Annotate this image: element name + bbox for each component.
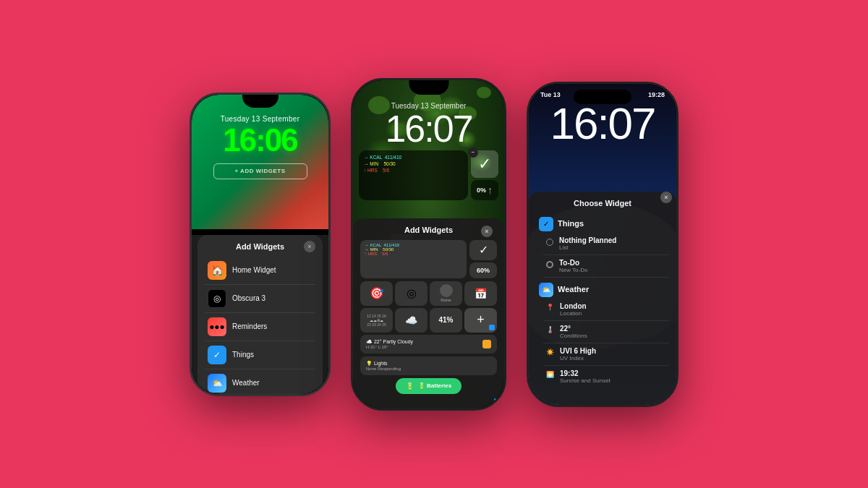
activity-rings-widget: 🎯 <box>360 281 393 306</box>
none-widget: None <box>430 281 462 306</box>
add-widgets-panel: Add Widgets × 🏠 Home Widget ◎ Obscura 3 … <box>197 235 323 394</box>
nothing-planned-item[interactable]: Nothing Planned List <box>543 233 669 255</box>
phone2-time: 16:07 <box>353 110 504 147</box>
percent-widget: 0% ↑ <box>471 180 498 200</box>
calendar-widget: 📅 <box>464 281 497 306</box>
conditions-item[interactable]: 🌡️ 22° Conditions <box>543 321 669 343</box>
weather-label: Weather <box>232 379 260 387</box>
add-more-button[interactable]: + <box>464 308 497 333</box>
weather-app-icon <box>482 340 491 348</box>
minus-button[interactable]: − <box>468 147 478 158</box>
weather-section-icon: ⛅ <box>539 283 553 297</box>
phone1-screen: Tuesday 13 September 16:06 + ADD WIDGETS… <box>192 95 328 394</box>
batteries-section: 🔋 🔋 Batteries <box>360 378 497 394</box>
phone1-lockscreen: Tuesday 13 September 16:06 + ADD WIDGETS <box>192 95 328 229</box>
weather-icon: ⛅ <box>208 374 226 393</box>
list-item[interactable]: ✓ Things <box>205 341 315 369</box>
list-item[interactable]: ●●● Reminders <box>205 313 315 341</box>
uv-icon: ☀️ <box>546 348 554 356</box>
phone2-panel-title: Add Widgets × <box>360 226 497 234</box>
todo-dot-icon <box>546 261 553 268</box>
panel-percent60: 60% <box>469 262 497 278</box>
fitness-kcal: → KCAL 411/410 <box>364 154 463 160</box>
things-icon: ✓ <box>208 346 226 364</box>
list-item[interactable]: ◎ Obscura 3 <box>205 285 315 313</box>
home-widget-icon: 🏠 <box>208 261 226 280</box>
fitness-min: → MIN 50/30 <box>364 160 463 167</box>
things-section-icon: ✓ <box>539 217 553 231</box>
conditions-text: 22° Conditions <box>560 325 587 339</box>
phone-2: Tuesday 13 September 16:07 → KCAL 411/41… <box>351 78 506 411</box>
notch-2 <box>409 80 448 95</box>
fitness-hrs: ↑ HRS 5/6 <box>364 167 463 174</box>
panel-bottom-row: 12 14 15 16 ☁☁⚙☁ 22 23 24 25 ☁️ 41% + <box>360 308 497 333</box>
phone3-time: 16:07 <box>529 101 676 146</box>
london-text: London Location <box>560 302 587 317</box>
reminders-icon: ●●● <box>208 317 226 336</box>
nothing-planned-text: Nothing Planned List <box>559 236 616 251</box>
phone3-choose-widget-panel: Choose Widget × ✓ Things Nothing Planned… <box>529 192 676 405</box>
panel-check-widget: ✓ <box>469 240 497 260</box>
panel-fitness-widget: → KCAL 411/410 → MIN 50/30 ↑ HRS 5/6 <box>360 240 467 278</box>
phone2-panel-close[interactable]: × <box>481 226 493 237</box>
phone3-status-left: Tue 13 <box>540 91 561 98</box>
obscura-icon: ◎ <box>208 289 226 308</box>
phone3-screen: Tue 13 👤 19:28 16:07 Choose Widget × ✓ T… <box>529 84 676 405</box>
phone2-add-widgets-panel: Add Widgets × → KCAL 411/410 → MIN 50/30… <box>353 218 504 408</box>
phone1-time: 16:06 <box>192 124 328 156</box>
weather-icon-widget: ☁️ <box>395 308 427 333</box>
home-widget-label: Home Widget <box>232 266 276 274</box>
phone3-status-right: 19:28 <box>648 91 665 98</box>
panel-title: Add Widgets <box>205 242 315 251</box>
phone2-right-widgets: − ✓ 0% ↑ <box>471 150 498 200</box>
list-dot-icon <box>546 239 553 246</box>
weather-num-widget: 12 14 15 16 ☁☁⚙☁ 22 23 24 25 <box>360 308 393 333</box>
phone3-close-button[interactable]: × <box>660 192 672 203</box>
batteries-button[interactable]: 🔋 🔋 Batteries <box>396 378 461 394</box>
choose-widget-title: Choose Widget × <box>536 199 669 207</box>
uvi-item[interactable]: ☀️ UVI 6 High UV Index <box>543 343 669 366</box>
uvi-text: UVI 6 High UV Index <box>560 347 596 361</box>
location-icon: 📍 <box>546 304 554 311</box>
sunrise-item[interactable]: 🌅 19:32 Sunrise and Sunset <box>543 366 669 388</box>
rings-widget: ◎ <box>395 281 427 306</box>
todo-text: To-Do New To-Do <box>559 259 587 273</box>
sunrise-icon: 🌅 <box>546 371 554 378</box>
sunrise-text: 19:32 Sunrise and Sunset <box>560 369 610 384</box>
weather-header: Weather <box>558 285 589 294</box>
things-section-header: ✓ Things <box>536 213 669 233</box>
add-widgets-button[interactable]: + ADD WIDGETS <box>213 163 307 179</box>
percent41-widget: 41% <box>430 308 462 333</box>
phone1-panel-area: Add Widgets × 🏠 Home Widget ◎ Obscura 3 … <box>192 235 328 394</box>
panel-close-button[interactable]: × <box>304 241 315 252</box>
notch-1 <box>242 95 278 108</box>
weather-info-widget: ☁️ 22° Partly Cloudy H:31° L:18° <box>360 335 497 354</box>
lights-widget: 💡 Lights None Responding <box>360 356 497 375</box>
thermometer-icon: 🌡️ <box>546 326 554 333</box>
weather-section-header: ⛅ Weather <box>536 278 669 299</box>
london-item[interactable]: 📍 London Location <box>543 299 669 321</box>
panel-right-col: ✓ 60% <box>469 240 497 278</box>
todo-item[interactable]: To-Do New To-Do <box>543 255 669 278</box>
phone2-screen: Tuesday 13 September 16:07 → KCAL 411/41… <box>353 80 504 408</box>
reminders-label: Reminders <box>232 322 267 330</box>
fitness-widget: → KCAL 411/410 → MIN 50/30 ↑ HRS 5/6 <box>359 150 468 200</box>
panel-row-1: → KCAL 411/410 → MIN 50/30 ↑ HRS 5/6 ✓ 6… <box>360 240 497 278</box>
phone-1: Tuesday 13 September 16:06 + ADD WIDGETS… <box>190 93 331 396</box>
phone2-top-widgets: → KCAL 411/410 → MIN 50/30 ↑ HRS 5/6 − ✓… <box>353 147 504 203</box>
list-item[interactable]: 🏠 Home Widget <box>205 257 315 285</box>
list-item[interactable]: ⛅ Weather <box>205 369 315 394</box>
check-minus-container: − ✓ <box>471 150 498 178</box>
obscura-label: Obscura 3 <box>232 294 265 302</box>
things-label: Things <box>232 351 254 359</box>
phone-3: Tue 13 👤 19:28 16:07 Choose Widget × ✓ T… <box>527 82 678 407</box>
dynamic-island <box>574 90 631 104</box>
things-header: Things <box>558 219 584 228</box>
panel-circles-row: 🎯 ◎ None 📅 <box>360 281 497 306</box>
